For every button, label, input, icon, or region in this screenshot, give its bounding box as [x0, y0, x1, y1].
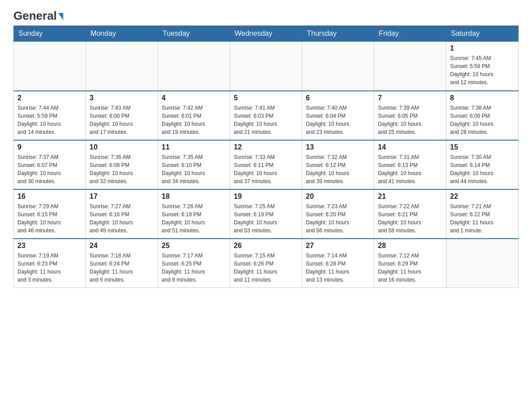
day-of-week-header: Friday — [374, 26, 446, 42]
day-info: Sunrise: 7:41 AMSunset: 6:03 PMDaylight:… — [234, 104, 298, 136]
day-number: 10 — [90, 143, 154, 151]
calendar-week-row: 16Sunrise: 7:29 AMSunset: 6:15 PMDayligh… — [14, 189, 519, 239]
calendar-cell: 19Sunrise: 7:25 AMSunset: 6:19 PMDayligh… — [230, 189, 302, 239]
day-info: Sunrise: 7:15 AMSunset: 6:26 PMDaylight:… — [234, 252, 298, 284]
calendar-cell — [230, 42, 302, 91]
day-of-week-header: Saturday — [446, 26, 519, 42]
calendar-week-row: 9Sunrise: 7:37 AMSunset: 6:07 PMDaylight… — [14, 140, 519, 189]
calendar-cell: 1Sunrise: 7:45 AMSunset: 5:58 PMDaylight… — [446, 42, 519, 91]
calendar-cell: 2Sunrise: 7:44 AMSunset: 5:59 PMDaylight… — [14, 91, 86, 140]
calendar-cell: 26Sunrise: 7:15 AMSunset: 6:26 PMDayligh… — [230, 239, 302, 288]
day-number: 11 — [162, 143, 226, 151]
day-info: Sunrise: 7:32 AMSunset: 6:12 PMDaylight:… — [306, 153, 370, 185]
calendar-cell: 6Sunrise: 7:40 AMSunset: 6:04 PMDaylight… — [302, 91, 374, 140]
day-number: 3 — [90, 94, 154, 102]
calendar-cell — [158, 42, 230, 91]
day-number: 15 — [450, 143, 515, 151]
day-number: 26 — [234, 242, 298, 250]
calendar-cell: 18Sunrise: 7:26 AMSunset: 6:18 PMDayligh… — [158, 189, 230, 239]
day-number: 23 — [17, 242, 82, 250]
calendar-cell — [302, 42, 374, 91]
day-info: Sunrise: 7:45 AMSunset: 5:58 PMDaylight:… — [450, 54, 515, 86]
calendar-cell — [446, 239, 519, 288]
calendar-cell: 16Sunrise: 7:29 AMSunset: 6:15 PMDayligh… — [14, 189, 86, 239]
calendar-cell: 21Sunrise: 7:22 AMSunset: 6:21 PMDayligh… — [374, 189, 446, 239]
day-number: 8 — [450, 94, 515, 102]
calendar-cell: 22Sunrise: 7:21 AMSunset: 6:22 PMDayligh… — [446, 189, 519, 239]
calendar-cell: 10Sunrise: 7:36 AMSunset: 6:08 PMDayligh… — [86, 140, 158, 189]
day-number: 18 — [162, 193, 226, 201]
day-number: 25 — [162, 242, 226, 250]
day-info: Sunrise: 7:26 AMSunset: 6:18 PMDaylight:… — [162, 202, 226, 235]
day-number: 9 — [17, 143, 82, 151]
day-info: Sunrise: 7:37 AMSunset: 6:07 PMDaylight:… — [17, 153, 82, 185]
day-info: Sunrise: 7:19 AMSunset: 6:23 PMDaylight:… — [17, 252, 82, 284]
day-number: 7 — [378, 94, 442, 102]
day-number: 1 — [450, 44, 515, 52]
logo-general: General — [13, 9, 57, 23]
calendar-cell: 4Sunrise: 7:42 AMSunset: 6:01 PMDaylight… — [158, 91, 230, 140]
day-info: Sunrise: 7:18 AMSunset: 6:24 PMDaylight:… — [90, 252, 154, 284]
day-number: 24 — [90, 242, 154, 250]
day-info: Sunrise: 7:25 AMSunset: 6:19 PMDaylight:… — [234, 202, 298, 235]
calendar-cell: 15Sunrise: 7:30 AMSunset: 6:14 PMDayligh… — [446, 140, 519, 189]
day-info: Sunrise: 7:17 AMSunset: 6:25 PMDaylight:… — [162, 252, 226, 284]
calendar-cell — [374, 42, 446, 91]
calendar-header-row: SundayMondayTuesdayWednesdayThursdayFrid… — [14, 26, 519, 42]
day-info: Sunrise: 7:43 AMSunset: 6:00 PMDaylight:… — [90, 104, 154, 136]
page-header: General — [13, 9, 519, 21]
calendar-cell: 3Sunrise: 7:43 AMSunset: 6:00 PMDaylight… — [86, 91, 158, 140]
day-number: 2 — [17, 94, 82, 102]
calendar-cell — [86, 42, 158, 91]
day-info: Sunrise: 7:33 AMSunset: 6:11 PMDaylight:… — [234, 153, 298, 185]
day-info: Sunrise: 7:35 AMSunset: 6:10 PMDaylight:… — [162, 153, 226, 185]
day-number: 22 — [450, 193, 515, 201]
day-number: 4 — [162, 94, 226, 102]
calendar-cell: 20Sunrise: 7:23 AMSunset: 6:20 PMDayligh… — [302, 189, 374, 239]
day-number: 14 — [378, 143, 442, 151]
day-number: 28 — [378, 242, 442, 250]
day-of-week-header: Thursday — [302, 26, 374, 42]
calendar-cell: 25Sunrise: 7:17 AMSunset: 6:25 PMDayligh… — [158, 239, 230, 288]
calendar-cell: 5Sunrise: 7:41 AMSunset: 6:03 PMDaylight… — [230, 91, 302, 140]
day-info: Sunrise: 7:21 AMSunset: 6:22 PMDaylight:… — [450, 202, 515, 235]
day-info: Sunrise: 7:12 AMSunset: 6:29 PMDaylight:… — [378, 252, 442, 284]
calendar-cell: 7Sunrise: 7:39 AMSunset: 6:05 PMDaylight… — [374, 91, 446, 140]
day-number: 17 — [90, 193, 154, 201]
calendar-table: SundayMondayTuesdayWednesdayThursdayFrid… — [13, 26, 519, 288]
day-info: Sunrise: 7:36 AMSunset: 6:08 PMDaylight:… — [90, 153, 154, 185]
day-of-week-header: Wednesday — [230, 26, 302, 42]
calendar-cell: 23Sunrise: 7:19 AMSunset: 6:23 PMDayligh… — [14, 239, 86, 288]
calendar-cell: 13Sunrise: 7:32 AMSunset: 6:12 PMDayligh… — [302, 140, 374, 189]
calendar-cell: 28Sunrise: 7:12 AMSunset: 6:29 PMDayligh… — [374, 239, 446, 288]
day-number: 21 — [378, 193, 442, 201]
day-info: Sunrise: 7:31 AMSunset: 6:13 PMDaylight:… — [378, 153, 442, 185]
day-number: 5 — [234, 94, 298, 102]
calendar-week-row: 2Sunrise: 7:44 AMSunset: 5:59 PMDaylight… — [14, 91, 519, 140]
calendar-week-row: 23Sunrise: 7:19 AMSunset: 6:23 PMDayligh… — [14, 239, 519, 288]
day-info: Sunrise: 7:14 AMSunset: 6:28 PMDaylight:… — [306, 252, 370, 284]
day-info: Sunrise: 7:39 AMSunset: 6:05 PMDaylight:… — [378, 104, 442, 136]
day-info: Sunrise: 7:42 AMSunset: 6:01 PMDaylight:… — [162, 104, 226, 136]
logo-triangle-icon — [58, 13, 63, 20]
calendar-cell: 14Sunrise: 7:31 AMSunset: 6:13 PMDayligh… — [374, 140, 446, 189]
day-info: Sunrise: 7:23 AMSunset: 6:20 PMDaylight:… — [306, 202, 370, 235]
calendar-cell: 12Sunrise: 7:33 AMSunset: 6:11 PMDayligh… — [230, 140, 302, 189]
day-number: 12 — [234, 143, 298, 151]
calendar-week-row: 1Sunrise: 7:45 AMSunset: 5:58 PMDaylight… — [14, 42, 519, 91]
day-of-week-header: Sunday — [14, 26, 86, 42]
calendar-cell: 27Sunrise: 7:14 AMSunset: 6:28 PMDayligh… — [302, 239, 374, 288]
day-number: 19 — [234, 193, 298, 201]
day-of-week-header: Tuesday — [158, 26, 230, 42]
day-info: Sunrise: 7:27 AMSunset: 6:16 PMDaylight:… — [90, 202, 154, 235]
day-number: 6 — [306, 94, 370, 102]
calendar-cell — [14, 42, 86, 91]
calendar-cell: 17Sunrise: 7:27 AMSunset: 6:16 PMDayligh… — [86, 189, 158, 239]
day-number: 27 — [306, 242, 370, 250]
day-number: 16 — [17, 193, 82, 201]
day-info: Sunrise: 7:40 AMSunset: 6:04 PMDaylight:… — [306, 104, 370, 136]
calendar-cell: 9Sunrise: 7:37 AMSunset: 6:07 PMDaylight… — [14, 140, 86, 189]
day-number: 13 — [306, 143, 370, 151]
day-info: Sunrise: 7:44 AMSunset: 5:59 PMDaylight:… — [17, 104, 82, 136]
logo: General — [13, 9, 63, 21]
